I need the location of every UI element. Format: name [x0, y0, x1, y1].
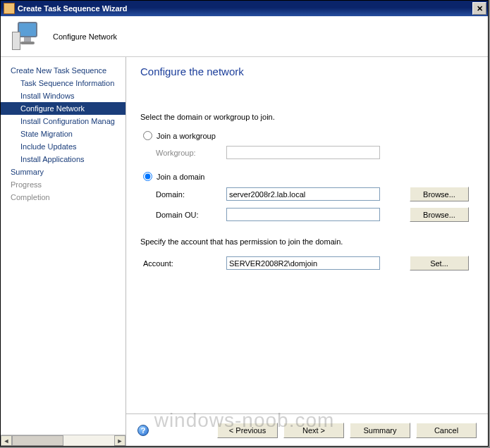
workgroup-label: Workgroup: [156, 149, 226, 157]
summary-button[interactable]: Summary [350, 423, 410, 438]
wizard-footer: ? < Previous Next > Summary Cancel [126, 413, 488, 446]
horizontal-scrollbar[interactable]: ◄ ► [1, 435, 125, 446]
join-domain-label[interactable]: Join a domain [157, 173, 205, 181]
join-domain-radio[interactable] [143, 172, 152, 181]
sidebar-step-1[interactable]: Task Sequence Information [1, 77, 125, 89]
cancel-button[interactable]: Cancel [416, 423, 477, 438]
instruction-text: Select the domain or workgroup to join. [140, 113, 474, 121]
scroll-left-arrow-icon[interactable]: ◄ [1, 435, 12, 446]
domain-label: Domain: [156, 190, 226, 199]
header-title: Configure Network [53, 32, 117, 41]
domain-browse-button[interactable]: Browse... [410, 187, 469, 201]
sidebar-step-7[interactable]: Install Applications [1, 153, 125, 166]
sidebar-step-9: Progress [1, 178, 125, 191]
sidebar-step-4[interactable]: Install Configuration Manag [1, 115, 125, 127]
sidebar-step-2[interactable]: Install Windows [1, 89, 125, 102]
workgroup-input [226, 146, 380, 159]
wizard-content: Configure the network Select the domain … [126, 57, 488, 446]
domain-input[interactable] [226, 187, 380, 201]
account-label: Account: [143, 259, 226, 268]
sidebar-step-5[interactable]: State Migration [1, 127, 125, 140]
app-icon [4, 3, 15, 14]
domain-ou-input[interactable] [226, 208, 380, 221]
wizard-header: Configure Network [1, 16, 488, 57]
account-input[interactable] [226, 256, 380, 270]
join-workgroup-radio[interactable] [143, 131, 152, 140]
next-button[interactable]: Next > [283, 423, 344, 438]
close-icon: ✕ [477, 4, 483, 13]
sidebar-step-10: Completion [1, 191, 125, 204]
previous-button[interactable]: < Previous [217, 423, 278, 438]
close-button[interactable]: ✕ [472, 2, 486, 15]
account-set-button[interactable]: Set... [410, 256, 469, 270]
scroll-right-arrow-icon[interactable]: ► [114, 435, 125, 446]
computer-network-icon [12, 22, 43, 51]
title-bar: Create Task Sequence Wizard ✕ [1, 1, 488, 16]
domain-ou-browse-button[interactable]: Browse... [410, 207, 469, 222]
wizard-window: Create Task Sequence Wizard ✕ Configure … [0, 0, 489, 447]
sidebar-step-0[interactable]: Create New Task Sequence [1, 64, 125, 77]
page-title: Configure the network [140, 66, 474, 77]
account-instruction: Specify the account that has permission … [140, 237, 474, 246]
sidebar-step-3[interactable]: Configure Network [1, 102, 125, 115]
wizard-sidebar: Create New Task SequenceTask Sequence In… [1, 57, 126, 446]
window-title: Create Task Sequence Wizard [18, 4, 128, 13]
sidebar-step-6[interactable]: Include Updates [1, 140, 125, 153]
sidebar-step-8[interactable]: Summary [1, 166, 125, 178]
help-icon[interactable]: ? [137, 425, 149, 436]
domain-ou-label: Domain OU: [156, 211, 226, 219]
join-workgroup-label[interactable]: Join a workgroup [157, 132, 216, 140]
